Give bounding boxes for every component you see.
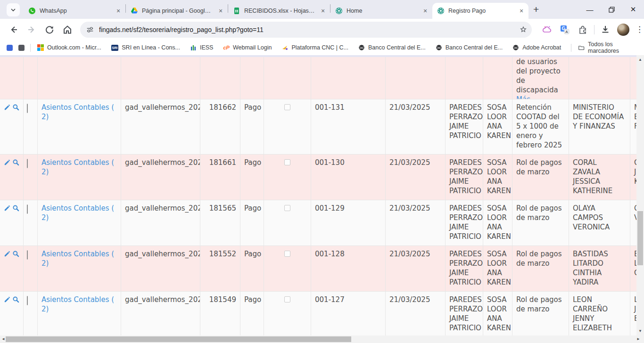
cell-tipo: Pago xyxy=(240,200,264,245)
cell-empresa: gad_vallehermos_2025 xyxy=(121,99,200,154)
cell-numero xyxy=(200,57,240,99)
cell-empresa: gad_vallehermos_2025 xyxy=(121,292,200,335)
reload-icon[interactable] xyxy=(44,24,55,35)
tab-close-icon[interactable]: × xyxy=(319,7,327,15)
cell-comprobante: 001-128 xyxy=(311,246,386,291)
profile-avatar[interactable] xyxy=(617,24,629,36)
home-icon[interactable] xyxy=(62,24,73,35)
asientos-link[interactable]: Asientos Contables ( 2) xyxy=(41,204,114,222)
cell-numero: 181549 xyxy=(200,292,240,335)
bookmark-banco-central-2[interactable]: Banco Central del E... xyxy=(436,44,503,51)
labs-cloud-icon[interactable] xyxy=(541,24,553,35)
scroll-up-arrow[interactable]: ▲ xyxy=(636,57,644,62)
downloads-icon[interactable] xyxy=(600,24,611,35)
row-checkbox[interactable] xyxy=(27,250,28,260)
flag-checkbox-disabled[interactable] xyxy=(284,159,290,165)
flag-checkbox-disabled[interactable] xyxy=(284,104,290,110)
bookmark-outlook[interactable]: Outlook.com - Micr... xyxy=(37,44,101,51)
site-settings-icon[interactable] xyxy=(86,25,94,34)
close-window-button[interactable]: ✕ xyxy=(622,0,644,19)
scroll-left-arrow[interactable]: ◄ xyxy=(1,337,5,341)
cell-descripcion: de usuarios del proyecto de discapacida … xyxy=(512,57,569,99)
new-tab-button[interactable]: + xyxy=(533,4,539,14)
edit-pencil-icon[interactable] xyxy=(4,104,11,111)
flag-checkbox-disabled[interactable] xyxy=(284,296,290,302)
cell-empresa: gad_vallehermos_2025 xyxy=(121,155,200,200)
tab-whatsapp[interactable]: WhatsApp × xyxy=(24,3,125,19)
address-bar[interactable]: fingads.net/sf2/tesoreria/registro_pago_… xyxy=(80,22,532,38)
extensions-puzzle-icon[interactable] xyxy=(577,24,588,35)
translate-icon[interactable]: GA xyxy=(559,24,570,35)
bookmark-banco-central-1[interactable]: Banco Central del E... xyxy=(358,44,426,51)
row-checkbox[interactable] xyxy=(27,104,28,113)
edit-pencil-icon[interactable] xyxy=(4,204,11,212)
asientos-link[interactable]: Asientos Contables ( 2) xyxy=(41,295,114,313)
edit-pencil-icon[interactable] xyxy=(4,296,11,303)
cell-nombre2: SOSA LOOR ANA KAREN xyxy=(483,246,512,291)
cell-actions xyxy=(0,246,24,291)
row-checkbox[interactable] xyxy=(27,159,28,168)
svg-text:A: A xyxy=(565,30,568,34)
cell-flag xyxy=(264,57,311,99)
view-magnifier-icon[interactable] xyxy=(12,104,19,111)
url-text[interactable]: fingads.net/sf2/tesoreria/registro_pago_… xyxy=(99,26,519,33)
bookmark-label: Banco Central del E... xyxy=(446,44,503,51)
view-magnifier-icon[interactable] xyxy=(12,250,19,257)
pinned-app-blue[interactable] xyxy=(7,45,13,51)
row-checkbox[interactable] xyxy=(27,296,28,305)
bookmark-adobe[interactable]: Adobe Acrobat xyxy=(512,44,561,51)
view-magnifier-icon[interactable] xyxy=(12,159,19,166)
tab-registro-pago-active[interactable]: Registro Pago × xyxy=(432,3,528,19)
minimize-button[interactable]: — xyxy=(579,0,601,19)
table-row-partial: de usuarios del proyecto de discapacida … xyxy=(0,57,636,99)
scroll-right-arrow[interactable]: ► xyxy=(636,337,640,341)
edit-pencil-icon[interactable] xyxy=(4,159,11,166)
restore-button[interactable] xyxy=(601,0,622,19)
bookmark-sri[interactable]: SRI SRI en Línea - Cons... xyxy=(111,44,180,51)
edit-pencil-icon[interactable] xyxy=(4,250,11,257)
scroll-down-arrow[interactable]: ▼ xyxy=(636,329,644,333)
asientos-link[interactable]: Asientos Contables ( 2) xyxy=(41,103,114,121)
tab-close-icon[interactable]: × xyxy=(517,7,526,15)
tab-title: Registro Pago xyxy=(448,8,513,14)
back-icon[interactable] xyxy=(8,24,19,35)
cell-flag xyxy=(264,292,311,335)
vertical-scrollbar[interactable]: ▲ ▼ xyxy=(636,55,644,335)
row-checkbox[interactable] xyxy=(27,204,28,214)
asientos-link[interactable]: Asientos Contables ( 2) xyxy=(41,158,114,176)
view-magnifier-icon[interactable] xyxy=(12,296,19,303)
view-magnifier-icon[interactable] xyxy=(12,204,19,212)
horizontal-scrollbar[interactable]: ◄ ► xyxy=(0,335,644,343)
menu-dots-icon[interactable]: ⋮ xyxy=(636,24,644,34)
bookmark-webmail[interactable]: cP Webmail Login xyxy=(223,44,272,51)
forward-icon[interactable] xyxy=(26,24,37,35)
horizontal-scrollbar-thumb[interactable] xyxy=(6,336,351,342)
table-row: Asientos Contables ( 2) gad_vallehermos_… xyxy=(0,99,636,155)
tab-close-icon[interactable]: × xyxy=(216,7,225,15)
tab-sheets[interactable]: RECIBIDOS.xlsx - Hojas de cá × xyxy=(228,3,330,19)
all-bookmarks[interactable]: Todos los marcadores xyxy=(571,41,637,54)
cell-descripcion: Rol de pagos de marzo xyxy=(512,292,569,335)
page-content: de usuarios del proyecto de discapacida … xyxy=(0,55,636,335)
bookmark-star-icon[interactable] xyxy=(519,25,528,34)
tab-search-button[interactable] xyxy=(7,3,20,16)
cell-asientos: Asientos Contables ( 2) xyxy=(38,246,121,291)
tab-close-icon[interactable]: × xyxy=(114,7,123,15)
bookmark-cnc[interactable]: Plataforma CNC | C... xyxy=(281,44,348,51)
asientos-link[interactable]: Asientos Contables ( 2) xyxy=(41,250,114,268)
cell-beneficiario: CORAL ZAVALA JESSICA KATHERINE xyxy=(569,155,630,200)
tab-google-drive[interactable]: Página principal - Google Dr × xyxy=(126,3,228,19)
bookmarks-bar: Outlook.com - Micr... SRI SRI en Línea -… xyxy=(0,40,644,55)
vertical-scrollbar-thumb[interactable] xyxy=(637,211,643,265)
bookmark-iess[interactable]: IESS xyxy=(190,44,214,51)
flag-checkbox-disabled[interactable] xyxy=(284,251,290,257)
more-link[interactable]: Más ... xyxy=(516,95,539,99)
tab-close-icon[interactable]: × xyxy=(421,7,429,15)
fingads-icon xyxy=(335,7,343,15)
flag-checkbox-disabled[interactable] xyxy=(284,205,290,211)
whatsapp-icon xyxy=(28,7,36,15)
cell-checkbox xyxy=(24,99,38,154)
cell-checkbox xyxy=(24,292,38,335)
pinned-app-gray[interactable] xyxy=(18,45,25,51)
tab-home[interactable]: Home × xyxy=(330,3,432,19)
